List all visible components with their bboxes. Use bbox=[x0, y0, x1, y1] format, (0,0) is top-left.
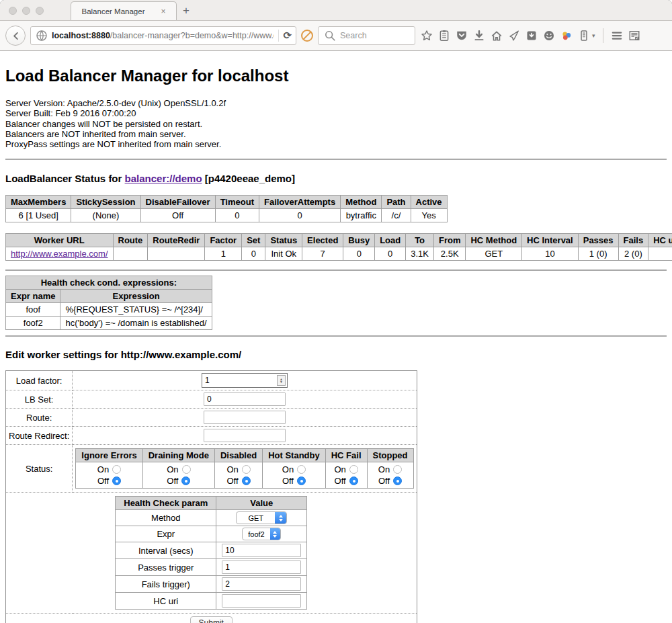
cell-routeredir bbox=[148, 247, 205, 261]
close-tab-icon[interactable]: × bbox=[161, 7, 165, 16]
sidebar-panel-icon[interactable] bbox=[577, 30, 590, 42]
form-row-load-factor: Load factor: ▲▼ bbox=[6, 371, 417, 390]
hc-passes-input[interactable] bbox=[222, 560, 301, 574]
route-redirect-label: Route Redirect: bbox=[6, 427, 73, 445]
cell-hc-interval: 10 bbox=[522, 247, 579, 261]
select-arrows-icon bbox=[275, 511, 286, 524]
col-hc-fail: HC Fail bbox=[325, 449, 367, 462]
hot-standby-off-radio[interactable] bbox=[297, 476, 306, 485]
submit-button[interactable]: Submit bbox=[190, 616, 233, 623]
window-controls[interactable] bbox=[9, 7, 44, 15]
hc-interval-input[interactable] bbox=[222, 544, 301, 557]
table-header-row: Worker URL Route RouteRedir Factor Set S… bbox=[6, 234, 672, 247]
pocket-icon[interactable] bbox=[455, 30, 468, 42]
smiley-icon[interactable] bbox=[542, 30, 555, 42]
blocked-content-icon[interactable] bbox=[301, 30, 313, 42]
colors-icon[interactable] bbox=[560, 30, 573, 42]
route-input[interactable] bbox=[204, 411, 286, 424]
col-hc-interval: HC Interval bbox=[522, 234, 579, 247]
selected-value: foof2 bbox=[243, 530, 269, 538]
search-placeholder: Search bbox=[340, 31, 367, 40]
downloads-icon[interactable] bbox=[472, 30, 485, 42]
close-window-button[interactable] bbox=[9, 7, 17, 15]
bookmarks-menu-icon[interactable] bbox=[437, 30, 450, 42]
cell-disablefailover: Off bbox=[140, 209, 215, 222]
route-redirect-input[interactable] bbox=[204, 429, 286, 442]
disabled-off-radio[interactable] bbox=[242, 476, 251, 485]
worker-url-link[interactable]: http://www.example.com/ bbox=[11, 249, 108, 259]
lb-set-label: LB Set: bbox=[6, 390, 73, 409]
heading-prefix: LoadBalancer Status for bbox=[5, 173, 125, 184]
hc-expr-select[interactable]: foof2 bbox=[242, 528, 281, 540]
zoom-window-button[interactable] bbox=[36, 7, 44, 15]
stopped-on-radio[interactable] bbox=[393, 465, 402, 474]
hc-header-row: Health Check param Value bbox=[116, 497, 307, 510]
tab-title: Balancer Manager bbox=[82, 7, 145, 15]
table-header-row: MaxMembers StickySession DisableFailover… bbox=[6, 196, 448, 209]
hc-fail-on-radio[interactable] bbox=[349, 465, 358, 474]
hc-row-fails: Fails trigger) bbox=[116, 576, 307, 593]
url-path: /balancer-manager?b=demo&w=http://www.ex… bbox=[110, 31, 275, 40]
expression-row: foof2 hc('body') =~ /domain is establish… bbox=[6, 317, 212, 330]
search-bar[interactable]: Search bbox=[318, 26, 415, 45]
tab-bar: Balancer Manager × + bbox=[0, 0, 672, 20]
back-button[interactable] bbox=[5, 26, 26, 46]
save-to-device-icon[interactable] bbox=[525, 30, 538, 42]
load-factor-input[interactable] bbox=[205, 376, 277, 385]
menu-icon[interactable] bbox=[611, 30, 624, 42]
tab-balancer-manager[interactable]: Balancer Manager × bbox=[71, 1, 177, 20]
balancers-warning-line: Balancers are NOT inherited from main se… bbox=[5, 129, 667, 139]
cell-maxmembers: 6 [1 Used] bbox=[6, 209, 71, 222]
chevron-down-icon[interactable]: ▾ bbox=[592, 32, 595, 39]
off-label: Off bbox=[167, 475, 178, 487]
persist-warning-line: Balancer changes will NOT be persisted o… bbox=[5, 119, 667, 129]
off-label: Off bbox=[227, 475, 239, 487]
cell-passes: 1 (0) bbox=[578, 247, 618, 261]
draining-mode-on-radio[interactable] bbox=[182, 465, 191, 474]
disabled-on-radio[interactable] bbox=[242, 465, 251, 474]
minimize-window-button[interactable] bbox=[22, 7, 30, 15]
hc-method-select[interactable]: GET bbox=[236, 511, 287, 524]
lb-set-input[interactable] bbox=[204, 392, 286, 406]
draining-mode-off-radio[interactable] bbox=[181, 476, 190, 485]
col-elected: Elected bbox=[302, 234, 343, 247]
cell-path: /c/ bbox=[382, 209, 411, 222]
hc-fails-input[interactable] bbox=[222, 577, 301, 591]
cell-active: Yes bbox=[411, 209, 447, 222]
bookmark-star-icon[interactable] bbox=[420, 30, 433, 42]
balancer-status-heading: LoadBalancer Status for balancer://demo … bbox=[5, 173, 667, 184]
cell-to: 3.1K bbox=[406, 247, 434, 261]
send-icon[interactable] bbox=[507, 30, 520, 42]
form-row-status: Status: Ignore Errors Draining Mode Disa… bbox=[6, 445, 417, 493]
status-label: Status: bbox=[6, 445, 73, 493]
home-icon[interactable] bbox=[490, 30, 503, 42]
server-built-line: Server Built: Feb 9 2016 07:00:20 bbox=[5, 108, 667, 118]
urlbar-divider bbox=[278, 30, 279, 42]
hc-fail-off-radio[interactable] bbox=[349, 476, 358, 485]
url-bar[interactable]: localhost:8880/balancer-manager?b=demo&w… bbox=[30, 26, 296, 45]
on-label: On bbox=[378, 464, 390, 475]
reload-icon[interactable]: ⟳ bbox=[283, 30, 292, 42]
stopped-off-radio[interactable] bbox=[393, 476, 402, 485]
ignore-errors-on-radio[interactable] bbox=[112, 465, 121, 474]
cell-hc-uri bbox=[648, 247, 672, 261]
status-table: Ignore Errors Draining Mode Disabled Hot… bbox=[75, 448, 413, 489]
col-path: Path bbox=[382, 196, 411, 209]
balancer-demo-link[interactable]: balancer://demo bbox=[125, 173, 202, 184]
hc-uri-input[interactable] bbox=[222, 594, 301, 608]
divider bbox=[5, 269, 667, 271]
number-stepper-icon[interactable]: ▲▼ bbox=[277, 375, 286, 386]
cell-timeout: 0 bbox=[215, 209, 259, 222]
cell-fails: 2 (0) bbox=[618, 247, 648, 261]
hot-standby-on-radio[interactable] bbox=[297, 465, 306, 474]
url-text[interactable]: localhost:8880/balancer-manager?b=demo&w… bbox=[52, 31, 274, 40]
cell-route bbox=[113, 247, 148, 261]
new-tab-button[interactable]: + bbox=[183, 4, 190, 17]
reader-icon[interactable] bbox=[628, 30, 641, 42]
ignore-errors-off-radio[interactable] bbox=[112, 476, 121, 485]
hc-passes-label: Passes trigger bbox=[116, 559, 216, 576]
heading-suffix: [p4420eeae_demo] bbox=[202, 173, 295, 184]
col-expression: Expression bbox=[60, 290, 212, 303]
hc-row-passes: Passes trigger bbox=[116, 559, 307, 576]
col-stopped: Stopped bbox=[367, 449, 413, 462]
